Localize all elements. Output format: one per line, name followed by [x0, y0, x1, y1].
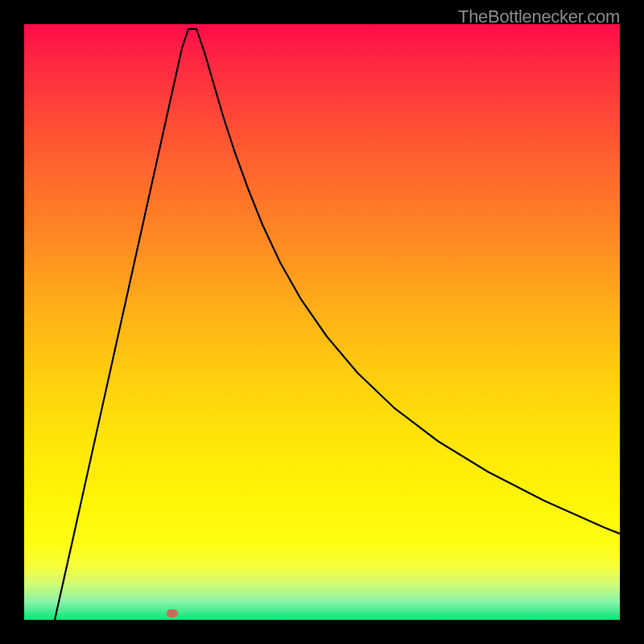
plot-area: [24, 24, 620, 620]
attribution-label: TheBottlenecker.com: [458, 6, 620, 27]
bottleneck-curve: [55, 29, 620, 620]
min-marker: [167, 609, 178, 617]
curve-svg: [24, 24, 620, 620]
chart-frame: TheBottlenecker.com: [0, 0, 644, 644]
